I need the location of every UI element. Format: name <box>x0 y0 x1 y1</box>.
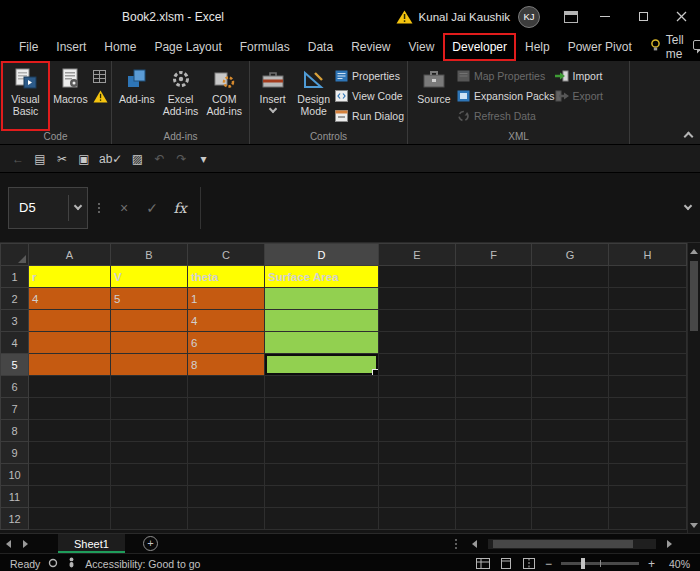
zoom-in-button[interactable]: + <box>648 557 655 571</box>
cell-C11[interactable] <box>188 486 265 508</box>
cell-G10[interactable] <box>532 464 609 486</box>
tab-insert[interactable]: Insert <box>47 33 95 61</box>
cell-A1[interactable]: r <box>29 266 111 288</box>
cell-H10[interactable] <box>609 464 687 486</box>
qat-clipboard-icon[interactable]: ▤ <box>30 148 50 170</box>
qat-spelling-icon[interactable]: ab✓ <box>96 148 125 170</box>
cell-D2[interactable] <box>265 288 379 310</box>
qat-back-icon[interactable]: ← <box>8 148 28 170</box>
source-button[interactable]: Source <box>411 63 457 129</box>
row-header-2[interactable]: 2 <box>1 288 29 310</box>
account-avatar[interactable]: KJ <box>518 6 540 28</box>
comments-icon[interactable] <box>693 33 700 61</box>
cell-C4[interactable]: 6 <box>188 332 265 354</box>
scroll-down-icon[interactable] <box>688 517 700 533</box>
cell-B9[interactable] <box>111 442 188 464</box>
macros-button[interactable]: Macros <box>48 63 93 129</box>
cell-C1[interactable]: theta <box>188 266 265 288</box>
cell-E2[interactable] <box>379 288 456 310</box>
tab-view[interactable]: View <box>400 33 444 61</box>
tab-data[interactable]: Data <box>299 33 342 61</box>
new-sheet-button[interactable]: + <box>143 536 158 551</box>
splitter-dots-icon[interactable] <box>455 543 457 545</box>
cell-B1[interactable]: V <box>111 266 188 288</box>
sheet-nav-right-icon[interactable] <box>17 534 34 553</box>
hscroll-right-icon[interactable] <box>661 540 678 548</box>
com-add-ins-button[interactable]: COM Add-ins <box>202 63 246 129</box>
cell-A12[interactable] <box>29 508 111 530</box>
cell-C10[interactable] <box>188 464 265 486</box>
cell-F9[interactable] <box>456 442 532 464</box>
cell-F8[interactable] <box>456 420 532 442</box>
cell-D3[interactable] <box>265 310 379 332</box>
cell-C6[interactable] <box>188 376 265 398</box>
cell-E6[interactable] <box>379 376 456 398</box>
tab-developer[interactable]: Developer <box>443 33 516 61</box>
cell-A6[interactable] <box>29 376 111 398</box>
column-header-F[interactable]: F <box>456 244 532 266</box>
row-header-12[interactable]: 12 <box>1 508 29 530</box>
qat-fill-color-icon[interactable]: ▨ <box>127 148 147 170</box>
warning-triangle-icon[interactable] <box>396 10 413 24</box>
page-break-view-button[interactable] <box>522 558 536 569</box>
cell-D12[interactable] <box>265 508 379 530</box>
visual-basic-button[interactable]: Visual Basic <box>3 63 48 129</box>
hscroll-track[interactable] <box>488 539 656 549</box>
cell-A8[interactable] <box>29 420 111 442</box>
cell-C7[interactable] <box>188 398 265 420</box>
add-ins-button[interactable]: Add-ins <box>115 63 159 129</box>
use-relative-references-icon[interactable] <box>93 69 108 83</box>
name-box-dropdown-icon[interactable] <box>69 206 87 209</box>
row-header-3[interactable]: 3 <box>1 310 29 332</box>
name-box[interactable]: D5 <box>8 187 88 229</box>
cell-C3[interactable]: 4 <box>188 310 265 332</box>
minimize-button[interactable] <box>586 0 624 33</box>
sheet-nav-left-icon[interactable] <box>0 534 17 553</box>
formula-bar-expand-icon[interactable] <box>676 187 700 229</box>
cell-A2[interactable]: 4 <box>29 288 111 310</box>
vertical-scroll-thumb[interactable] <box>690 261 698 331</box>
cell-B8[interactable] <box>111 420 188 442</box>
column-header-D[interactable]: D <box>265 244 379 266</box>
cell-F6[interactable] <box>456 376 532 398</box>
qat-customize-icon[interactable]: ▾ <box>193 148 213 170</box>
import-button[interactable]: Import <box>555 69 603 83</box>
hscroll-thumb[interactable] <box>493 540 633 548</box>
row-header-4[interactable]: 4 <box>1 332 29 354</box>
insert-controls-button[interactable]: Insert <box>253 63 292 129</box>
cell-D5[interactable] <box>265 354 379 376</box>
cell-B7[interactable] <box>111 398 188 420</box>
view-code-button[interactable]: View Code <box>335 89 404 103</box>
cell-E10[interactable] <box>379 464 456 486</box>
cell-C5[interactable]: 8 <box>188 354 265 376</box>
ribbon-display-options-icon[interactable] <box>556 0 586 33</box>
row-header-5[interactable]: 5 <box>1 354 29 376</box>
qat-undo-icon[interactable]: ↶ <box>149 148 169 170</box>
cell-C12[interactable] <box>188 508 265 530</box>
cancel-button[interactable]: × <box>110 187 138 229</box>
cell-H5[interactable] <box>609 354 687 376</box>
column-header-H[interactable]: H <box>609 244 687 266</box>
scroll-up-icon[interactable] <box>688 243 700 259</box>
cell-F1[interactable] <box>456 266 532 288</box>
cell-B3[interactable] <box>111 310 188 332</box>
cell-B11[interactable] <box>111 486 188 508</box>
cell-H12[interactable] <box>609 508 687 530</box>
cell-E8[interactable] <box>379 420 456 442</box>
cell-B10[interactable] <box>111 464 188 486</box>
cell-F5[interactable] <box>456 354 532 376</box>
sheet-tab-sheet1[interactable]: Sheet1 <box>58 534 125 553</box>
collapse-ribbon-icon[interactable] <box>684 132 694 142</box>
maximize-button[interactable] <box>624 0 662 33</box>
tab-home[interactable]: Home <box>95 33 145 61</box>
cell-A4[interactable] <box>29 332 111 354</box>
tell-me-button[interactable]: Tell me <box>641 33 693 61</box>
cell-E12[interactable] <box>379 508 456 530</box>
cell-H3[interactable] <box>609 310 687 332</box>
expansion-packs-button[interactable]: Expansion Packs <box>457 89 555 103</box>
cell-A10[interactable] <box>29 464 111 486</box>
export-button[interactable]: Export <box>555 89 603 103</box>
cell-H9[interactable] <box>609 442 687 464</box>
cell-E9[interactable] <box>379 442 456 464</box>
cell-D6[interactable] <box>265 376 379 398</box>
